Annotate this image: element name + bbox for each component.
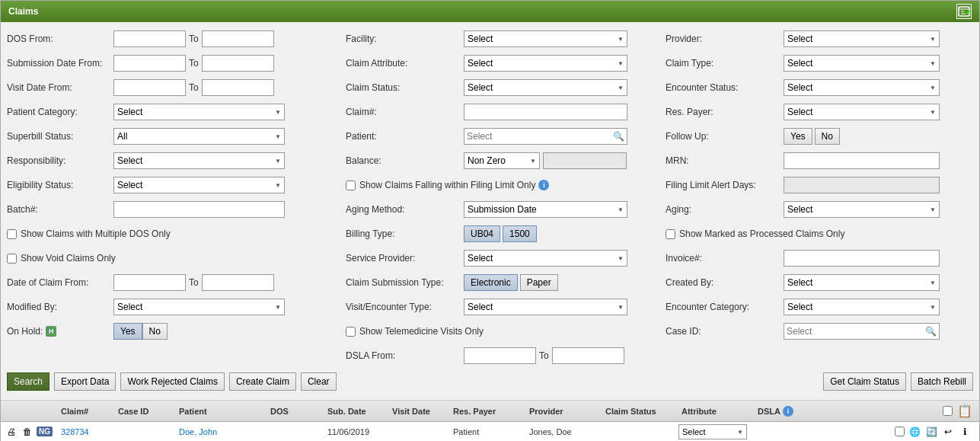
follow-up-yes-button[interactable]: Yes <box>784 128 812 145</box>
date-of-claim-to-input[interactable] <box>202 274 274 291</box>
dos-to-input[interactable] <box>202 30 274 47</box>
show-telemedicine-checkbox[interactable] <box>346 327 356 337</box>
facility-select[interactable]: Select <box>464 30 627 47</box>
created-by-select[interactable]: Select <box>784 274 940 291</box>
aging-select[interactable]: Select <box>784 201 940 218</box>
date-of-claim-from-input[interactable] <box>113 274 186 291</box>
follow-up-row: Follow Up: Yes No <box>666 124 973 149</box>
billing-type-1500-button[interactable]: 1500 <box>503 225 537 242</box>
aging-method-row: Aging Method: Submission Date <box>346 197 658 222</box>
row-info-icon2[interactable]: ℹ <box>958 425 972 439</box>
balance-type-select[interactable]: Non Zero <box>464 152 540 169</box>
submission-date-to-input[interactable] <box>202 55 274 72</box>
on-hold-no-button[interactable]: No <box>142 323 168 340</box>
on-hold-yes-button[interactable]: Yes <box>113 323 142 340</box>
batch-input[interactable] <box>113 201 285 218</box>
claim-num-input[interactable] <box>464 104 627 120</box>
electronic-button[interactable]: Electronic <box>464 274 518 291</box>
responsibility-select[interactable]: Select <box>113 152 285 169</box>
row-action-icons: 🖨 🗑 NG <box>5 425 58 439</box>
date-of-claim-to-label: To <box>189 277 199 288</box>
filing-limit-info-icon[interactable]: i <box>538 180 549 190</box>
dos-from-input[interactable] <box>113 30 186 47</box>
column-3: Provider: Select Claim Type: Select <box>658 27 973 368</box>
claim-attribute-select[interactable]: Select <box>464 55 627 72</box>
res-payer-select[interactable]: Select <box>784 104 940 120</box>
dsla-from-input[interactable] <box>464 347 536 364</box>
patient-category-select[interactable]: Select <box>113 104 285 120</box>
modified-by-select[interactable]: Select <box>113 299 285 315</box>
encounter-status-select[interactable]: Select <box>784 79 940 96</box>
billing-type-ub04-button[interactable]: UB04 <box>464 225 500 242</box>
column-2: Facility: Select Claim Attribute: Select <box>338 27 658 368</box>
claim-status-select[interactable]: Select <box>464 79 627 96</box>
visit-date-to-input[interactable] <box>202 79 274 96</box>
show-filing-limit-row: Show Claims Falling within Filing Limit … <box>346 173 658 197</box>
search-button[interactable]: Search <box>7 372 49 391</box>
dsla-info-icon[interactable]: i <box>783 406 793 417</box>
invoice-row: Invoice#: <box>666 246 973 270</box>
encounter-category-select[interactable]: Select <box>784 299 940 315</box>
patient-category-row: Patient Category: Select <box>7 100 338 124</box>
modified-by-label: Modified By: <box>7 302 113 312</box>
row-print-icon[interactable]: 🖨 <box>5 425 18 439</box>
row-attribute-select-wrap: Select <box>678 424 747 439</box>
balance-controls: Non Zero <box>464 152 627 169</box>
patient-search-icon[interactable]: 🔍 <box>613 131 624 142</box>
column-1: DOS From: To Submission Date From: To Vi… <box>7 27 338 368</box>
on-hold-h-icon: H <box>46 326 56 337</box>
row-patient[interactable]: Doe, John <box>176 427 267 436</box>
facility-select-wrap: Select <box>464 30 627 47</box>
show-filing-limit-checkbox[interactable] <box>346 181 356 190</box>
work-rejected-claims-button[interactable]: Work Rejected Claims <box>120 372 224 391</box>
mrn-row: MRN: <box>666 149 973 173</box>
on-hold-row: On Hold: H Yes No <box>7 319 338 344</box>
superbill-status-select[interactable]: All <box>113 128 285 145</box>
aging-row: Aging: Select <box>666 197 973 222</box>
show-void-checkbox[interactable] <box>7 254 17 264</box>
mrn-input[interactable] <box>784 152 940 169</box>
row-claim-num[interactable]: 328734 <box>58 427 115 436</box>
invoice-input[interactable] <box>784 250 940 267</box>
table-select-all-checkbox[interactable] <box>943 406 953 416</box>
encounter-status-label: Encounter Status: <box>666 82 784 93</box>
visit-encounter-select[interactable]: Select <box>464 299 627 315</box>
case-id-search-wrap: 🔍 <box>784 323 940 340</box>
export-data-button[interactable]: Export Data <box>54 372 116 391</box>
table-header-right-controls: 📋 <box>808 404 975 418</box>
row-globe-icon[interactable]: 🌐 <box>908 425 921 439</box>
encounter-status-select-wrap: Select <box>784 79 940 96</box>
row-checkbox[interactable] <box>895 427 905 436</box>
show-multiple-dos-checkbox[interactable] <box>7 229 17 239</box>
clear-button[interactable]: Clear <box>301 372 337 391</box>
row-res-payer: Patient <box>450 427 526 436</box>
follow-up-no-button[interactable]: No <box>815 128 840 145</box>
row-delete-icon[interactable]: 🗑 <box>21 425 34 439</box>
show-void-label: Show Void Claims Only <box>21 253 116 264</box>
table-export-icon[interactable]: 📋 <box>957 404 972 418</box>
claim-type-select[interactable]: Select <box>784 55 940 72</box>
table-header-visit-date: Visit Date <box>389 407 450 416</box>
create-claim-button[interactable]: Create Claim <box>229 372 296 391</box>
case-id-row: Case ID: 🔍 <box>666 319 973 344</box>
encounter-category-label: Encounter Category: <box>666 302 784 312</box>
eligibility-status-select[interactable]: Select <box>113 177 285 193</box>
provider-select[interactable]: Select <box>784 30 940 47</box>
row-attribute-select[interactable]: Select <box>678 424 747 439</box>
case-id-search-icon[interactable]: 🔍 <box>925 326 937 337</box>
case-id-input[interactable] <box>784 323 940 340</box>
submission-date-from-input[interactable] <box>113 55 186 72</box>
show-marked-processed-checkbox[interactable] <box>666 229 675 239</box>
batch-rebill-button[interactable]: Batch Rebill <box>911 372 973 391</box>
visit-date-from-input[interactable] <box>113 79 186 96</box>
service-provider-select[interactable]: Select <box>464 250 627 267</box>
aging-method-select[interactable]: Submission Date <box>464 201 627 218</box>
row-ng-badge: NG <box>37 427 53 436</box>
paper-button[interactable]: Paper <box>520 274 558 291</box>
action-buttons-bar: Search Export Data Work Rejected Claims … <box>7 368 973 395</box>
patient-search-input[interactable] <box>464 128 627 145</box>
row-refresh-icon[interactable]: 🔄 <box>924 425 938 439</box>
dsla-to-input[interactable] <box>552 347 624 364</box>
row-transfer-icon[interactable]: ↩ <box>941 425 955 439</box>
get-claim-status-button[interactable]: Get Claim Status <box>823 372 906 391</box>
